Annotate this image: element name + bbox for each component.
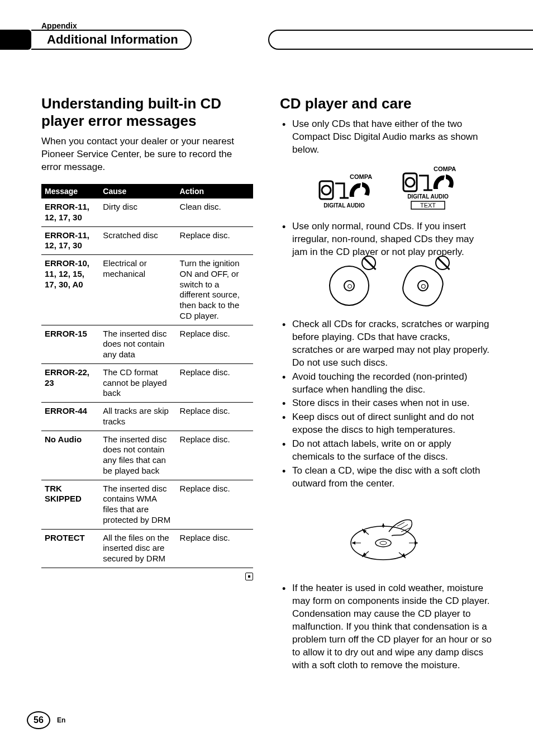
th-action: Action [177,184,253,199]
svg-point-1 [322,186,331,195]
table-row: ERROR-44 All tracks are skip tracks Repl… [41,403,253,431]
header-right-pill-end [492,30,533,50]
compact-disc-logo-1: COMPACT DIGITAL AUDIO [313,171,375,210]
cell-cause: The inserted disc does not contain any f… [99,431,176,480]
svg-marker-14 [382,523,385,527]
cell-cause: All tracks are skip tracks [99,403,176,431]
svg-point-10 [375,539,391,547]
svg-text:COMPACT: COMPACT [434,166,456,172]
list-item: Keep discs out of direct sunlight and do… [280,411,492,437]
prohibit-sign-icon [361,256,376,270]
end-mark-icon [245,573,253,580]
list-item: Check all CDs for cracks, scratches or w… [280,318,492,370]
cell-action: Turn the ignition ON and OFF, or switch … [177,255,253,325]
right-title: CD player and care [280,95,492,112]
cell-action: Replace disc. [177,226,253,255]
cell-cause: The CD format cannot be played back [99,363,176,402]
svg-point-11 [380,541,387,545]
svg-marker-13 [415,541,418,545]
round-cd-ok [329,266,369,306]
bullets-bottom: If the heater is used in cold weather, m… [280,582,492,672]
table-row: ERROR-10, 11, 12, 15, 17, 30, A0 Electri… [41,255,253,325]
cell-message: ERROR-44 [41,403,99,431]
table-row: ERROR-11, 12, 17, 30 Dirty disc Clean di… [41,199,253,226]
round-cd-icon [329,266,369,306]
error-table-header-row: Message Cause Action [41,184,253,199]
left-title: Understanding built-in CD player error m… [41,95,253,130]
cell-action: Replace disc. [177,325,253,363]
irregular-cd-no [403,266,443,306]
cell-message: ERROR-10, 11, 12, 15, 17, 30, A0 [41,255,99,325]
svg-point-5 [406,178,415,187]
cell-message: ERROR-15 [41,325,99,363]
header-right-pill [268,30,492,50]
cell-action: Replace disc. [177,480,253,529]
page-number-badge: 56 [27,711,50,729]
list-item: To clean a CD, wipe the disc with a soft… [280,465,492,490]
cd-center-hole-icon [344,280,355,291]
bullets-mid-first: Use only normal, round CDs. If you inser… [280,220,492,259]
left-intro: When you contact your dealer or your nea… [41,135,253,174]
prohibit-sign-icon [435,256,450,270]
cd-shape-icons [280,266,492,306]
list-item: If the heater is used in cold weather, m… [280,582,492,672]
page-lang: En [57,716,65,724]
cell-cause: Scratched disc [99,226,176,255]
th-message: Message [41,184,99,199]
compact-disc-logos: COMPACT DIGITAL AUDIO COMPACT [280,163,492,210]
cell-cause: Dirty disc [99,199,176,226]
list-item: Use only normal, round CDs. If you inser… [280,220,492,259]
svg-text:TEXT: TEXT [420,202,435,209]
left-column: Understanding built-in CD player error m… [41,95,253,694]
svg-marker-12 [352,541,355,545]
section-heading-text: Additional Information [47,32,178,47]
cell-action: Clean disc. [177,199,253,226]
table-row: ERROR-11, 12, 17, 30 Scratched disc Repl… [41,226,253,255]
cell-action: Replace disc. [177,403,253,431]
page-footer: 56 En [27,711,65,729]
cell-cause: Electrical or mechanical [99,255,176,325]
right-column: CD player and care Use only CDs that hav… [280,95,492,694]
error-table: Message Cause Action ERROR-11, 12, 17, 3… [41,184,253,568]
table-row: TRK SKIPPED The inserted disc contains W… [41,480,253,529]
table-row: PROTECT All the files on the inserted di… [41,529,253,568]
left-black-tab [0,30,31,50]
cell-action: Replace disc. [177,431,253,480]
cell-action: Replace disc. [177,529,253,568]
cell-cause: All the files on the inserted disc are s… [99,529,176,568]
cell-message: ERROR-11, 12, 17, 30 [41,199,99,226]
cell-message: ERROR-22, 23 [41,363,99,402]
list-item: Store discs in their cases when not in u… [280,397,492,410]
cd-center-hole-icon [416,280,429,292]
list-item: Use only CDs that have either of the two… [280,118,492,157]
compact-disc-logo-2: COMPACT DIGITAL AUDIO TEXT [397,163,459,210]
cell-message: ERROR-11, 12, 17, 30 [41,226,99,255]
svg-text:DIGITAL AUDIO: DIGITAL AUDIO [407,193,449,200]
cell-cause: The inserted disc contains WMA files tha… [99,480,176,529]
cell-message: No Audio [41,431,99,480]
appendix-label: Appendix [41,21,77,30]
wipe-disc-illustration [344,498,428,571]
bullets-top: Use only CDs that have either of the two… [280,118,492,157]
table-row: ERROR-22, 23 The CD format cannot be pla… [41,363,253,402]
svg-text:DIGITAL AUDIO: DIGITAL AUDIO [323,202,365,209]
bullets-mid-rest: Check all CDs for cracks, scratches or w… [280,318,492,490]
cell-message: PROTECT [41,529,99,568]
cell-action: Replace disc. [177,363,253,402]
th-cause: Cause [99,184,176,199]
page-number: 56 [34,715,44,725]
table-row: No Audio The inserted disc does not cont… [41,431,253,480]
irregular-cd-icon [400,263,445,308]
compact-text: COMPACT [350,173,372,180]
cell-message: TRK SKIPPED [41,480,99,529]
list-item: Avoid touching the recorded (non-printed… [280,371,492,396]
table-row: ERROR-15 The inserted disc does not cont… [41,325,253,363]
cell-cause: The inserted disc does not contain any d… [99,325,176,363]
list-item: Do not attach labels, write on or apply … [280,438,492,464]
section-heading-pill: Additional Information [31,30,192,50]
